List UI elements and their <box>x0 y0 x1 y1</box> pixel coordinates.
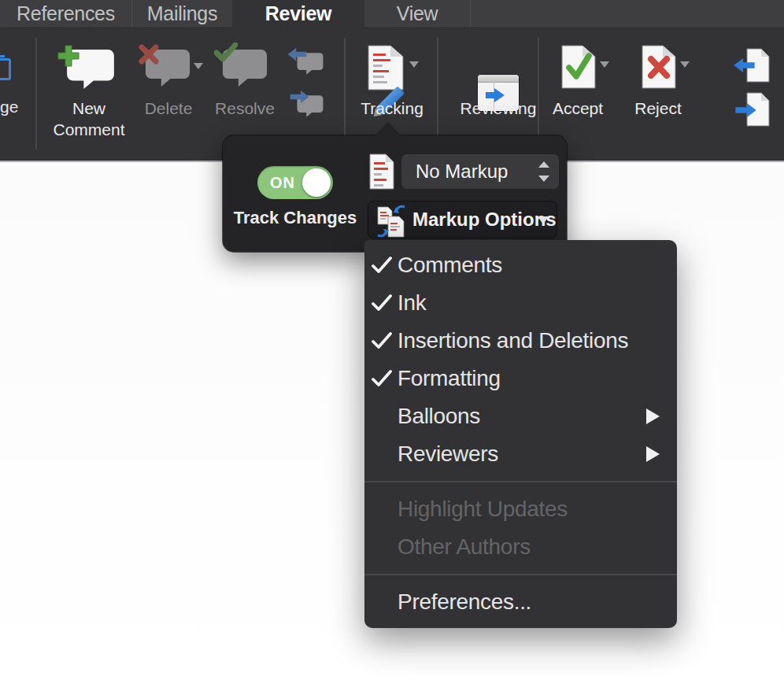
reject-dropdown-caret[interactable] <box>680 61 690 68</box>
menu-item-highlight-updates: Highlight Updates <box>364 490 677 528</box>
group-divider <box>538 38 539 150</box>
menu-separator <box>364 574 677 575</box>
group-divider <box>437 38 438 150</box>
new-comment-label: New Comment <box>46 98 132 140</box>
checkmark-icon <box>372 256 392 275</box>
delete-dropdown-caret <box>194 63 203 69</box>
language-label-fragment: ge <box>0 98 18 116</box>
submenu-arrow-icon <box>646 408 660 424</box>
reject-label: Reject <box>627 98 690 119</box>
tab-mailings[interactable]: Mailings <box>132 0 232 27</box>
select-stepper-icon[interactable] <box>538 161 549 182</box>
menu-item-ink[interactable]: Ink <box>364 284 677 322</box>
accept-label: Accept <box>546 98 609 119</box>
tab-review[interactable]: Review <box>232 0 364 27</box>
check-icon <box>214 42 238 61</box>
menu-item-label: Comments <box>398 246 502 284</box>
tracking-popup: ON Track Changes No Markup <box>223 135 567 252</box>
tracking-label: Tracking <box>353 98 431 119</box>
display-for-review-icon <box>368 153 395 190</box>
toggle-knob[interactable] <box>302 168 331 197</box>
menu-item-label: Ink <box>398 284 426 322</box>
stepper-down-icon <box>538 176 549 182</box>
tab-view[interactable]: View <box>364 0 471 27</box>
word-review-ribbon-screen: References Mailings Review View ge New C… <box>0 0 784 680</box>
group-divider <box>35 38 37 150</box>
arrow-left-icon <box>733 57 755 73</box>
display-for-review-select[interactable]: No Markup <box>401 154 559 189</box>
display-for-review-value: No Markup <box>416 154 508 189</box>
menu-item-label: Other Authors <box>398 528 531 566</box>
toggle-state-label: ON <box>270 166 295 199</box>
tracked-document-icon <box>367 44 405 91</box>
markup-options-icon <box>375 204 407 238</box>
plus-icon <box>57 44 80 68</box>
menu-item-label: Formatting <box>398 360 501 397</box>
reject-document-icon <box>641 44 677 90</box>
menu-item-insertions-and-deletions[interactable]: Insertions and Deletions <box>364 322 677 360</box>
menu-item-label: Balloons <box>398 397 480 435</box>
menu-item-comments[interactable]: Comments <box>364 246 677 284</box>
checkmark-icon <box>372 331 392 350</box>
track-changes-label: Track Changes <box>224 208 366 228</box>
menu-item-preferences[interactable]: Preferences... <box>364 583 677 621</box>
stepper-up-icon <box>538 161 549 168</box>
tracking-dropdown-caret[interactable] <box>409 61 419 68</box>
menu-item-label: Insertions and Deletions <box>398 322 628 360</box>
markup-options-button[interactable]: Markup Options <box>368 201 557 238</box>
submenu-arrow-icon <box>646 446 660 462</box>
dropdown-caret-icon <box>538 216 549 224</box>
menu-item-label: Preferences... <box>398 583 531 621</box>
language-icon <box>0 58 11 80</box>
delete-label: Delete <box>137 98 200 119</box>
reviewing-label: Reviewing <box>455 98 542 119</box>
tab-references[interactable]: References <box>0 0 132 27</box>
menu-item-balloons[interactable]: Balloons <box>364 397 677 435</box>
ribbon-tab-bar: References Mailings Review View <box>0 0 784 27</box>
arrow-right-icon <box>290 90 310 104</box>
accept-document-icon <box>560 44 597 90</box>
markup-options-menu: Comments Ink Insertions and Deletions Fo… <box>364 240 677 628</box>
menu-item-other-authors: Other Authors <box>364 528 677 566</box>
group-divider <box>344 38 346 150</box>
x-icon <box>139 44 159 65</box>
markup-options-label: Markup Options <box>412 201 557 238</box>
menu-item-label: Reviewers <box>398 435 498 473</box>
accept-dropdown-caret[interactable] <box>600 61 609 68</box>
menu-item-formatting[interactable]: Formatting <box>364 360 677 397</box>
track-changes-toggle[interactable]: ON <box>257 166 333 199</box>
checkmark-icon <box>372 369 392 388</box>
arrow-left-icon <box>287 47 307 61</box>
resolve-label: Resolve <box>209 98 280 119</box>
menu-separator <box>364 481 677 482</box>
checkmark-icon <box>372 294 392 312</box>
popup-callout-tail <box>374 122 402 136</box>
menu-item-reviewers[interactable]: Reviewers <box>364 435 677 473</box>
menu-item-label: Highlight Updates <box>398 490 568 528</box>
arrow-right-icon <box>735 102 757 118</box>
